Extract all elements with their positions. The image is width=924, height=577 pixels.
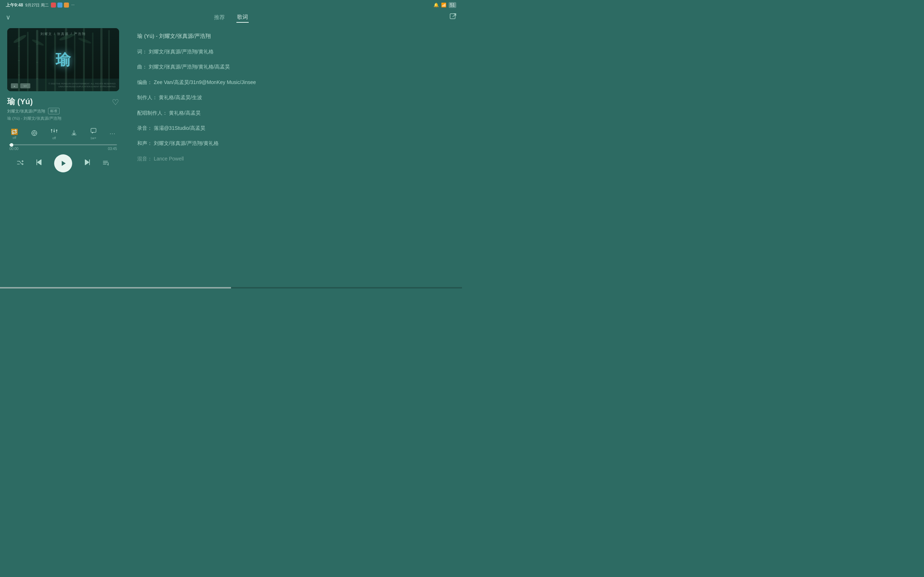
progress-thumb[interactable] xyxy=(10,143,13,147)
svg-point-24 xyxy=(32,131,37,135)
play-pause-button[interactable] xyxy=(54,154,72,172)
app-icon-2 xyxy=(57,3,63,8)
wifi-icon: 📶 xyxy=(441,3,446,8)
song-quality-tag: 标准 xyxy=(48,108,60,114)
svg-point-36 xyxy=(53,131,55,132)
svg-rect-4 xyxy=(27,32,29,91)
more-icon: ··· xyxy=(110,131,115,137)
svg-rect-9 xyxy=(74,31,76,91)
progress-fill xyxy=(10,144,11,145)
collapse-button[interactable]: ∨ xyxy=(6,13,10,21)
progress-times: 00:00 03:45 xyxy=(10,147,117,151)
current-time: 00:00 xyxy=(10,147,18,151)
nav-tabs: 推荐 歌词 xyxy=(213,12,249,23)
svg-rect-12 xyxy=(100,28,102,91)
svg-point-25 xyxy=(33,132,36,134)
credit-vocal-producer: 配唱制作人： 黄礼格/高孟昊 xyxy=(137,109,451,117)
credit-music: 曲： 刘耀文/张真源/严浩翔/黄礼格/高孟昊 xyxy=(137,63,451,71)
song-info-row: 瑜 (Yú) 刘耀文/张真源/严浩翔 标准 瑜 (Yú) - 刘耀文/张真源/严… xyxy=(7,96,119,121)
status-time: 上午9:48 xyxy=(6,2,23,8)
bottom-progress-bar[interactable] xyxy=(0,287,462,288)
comment-label: 1w+ xyxy=(90,136,96,140)
song-meta: 刘耀文/张真源/严浩翔 标准 xyxy=(7,108,61,114)
right-panel: 瑜 (Yú) - 刘耀文/张真源/严浩翔 词： 刘耀文/张真源/严浩翔/黄礼格 … xyxy=(130,28,451,278)
comment-icon xyxy=(90,128,97,135)
song-title: 瑜 (Yú) xyxy=(7,96,61,107)
bottom-progress-fill xyxy=(0,287,231,288)
sound-button[interactable] xyxy=(31,130,37,138)
more-apps: ··· xyxy=(71,3,74,8)
top-nav: ∨ 推荐 歌词 xyxy=(0,10,462,24)
status-bar: 上午9:48 9月27日 周二 ··· 🔔 📶 51 xyxy=(0,0,462,10)
tab-lyrics[interactable]: 歌词 xyxy=(236,12,249,23)
tab-recommend[interactable]: 推荐 xyxy=(213,13,226,23)
credit-lyrics: 词： 刘耀文/张真源/严浩翔/黄礼格 xyxy=(137,48,451,56)
svg-rect-10 xyxy=(83,28,85,91)
album-header-text: 刘耀文 / 张真源 / 严浩翔 xyxy=(7,32,119,36)
credit-producer: 制作人： 黄礼格/高孟昊/生波 xyxy=(137,93,451,102)
repeat-label: off xyxy=(13,136,16,140)
album-logos: ▲ NY xyxy=(11,83,30,89)
equalizer-label: off xyxy=(52,136,56,140)
main-layout: 刘耀文 / 张真源 / 严浩翔 瑜 ▲ NY © 2022 THE PENGUI… xyxy=(0,24,462,281)
more-button[interactable]: ··· xyxy=(110,131,115,137)
shuffle-button[interactable] xyxy=(16,159,24,168)
song-credits: 瑜 (Yú) - 刘耀文/张真源/严浩翔 词： 刘耀文/张真源/严浩翔/黄礼格 … xyxy=(137,32,451,163)
previous-button[interactable] xyxy=(35,158,43,169)
credit-recording: 录音： 落灞@31Studio/高孟昊 xyxy=(137,124,451,132)
status-date: 9月27日 周二 xyxy=(25,3,49,8)
album-copyright: © 2022 THE PENGUIN ENTERTAINMENT. ALL RI… xyxy=(49,82,116,89)
svg-point-35 xyxy=(51,129,52,131)
equalizer-icon xyxy=(50,128,58,135)
credit-title: 瑜 (Yú) - 刘耀文/张真源/严浩翔 xyxy=(137,32,451,40)
song-album-line: 瑜 (Yú) - 刘耀文/张真源/严浩翔 xyxy=(7,116,61,121)
svg-rect-5 xyxy=(36,30,38,91)
status-left: 上午9:48 9月27日 周二 ··· xyxy=(6,2,75,8)
playlist-button[interactable] xyxy=(102,159,110,168)
app-icons: ··· xyxy=(51,3,74,8)
status-right: 🔔 📶 51 xyxy=(433,2,456,8)
logo-2: NY xyxy=(20,83,30,89)
total-time: 03:45 xyxy=(108,147,117,151)
next-button[interactable] xyxy=(83,158,92,169)
progress-track[interactable] xyxy=(10,144,117,145)
share-button[interactable] xyxy=(450,13,456,21)
comment-button[interactable]: 1w+ xyxy=(90,128,97,140)
logo-1: ▲ xyxy=(11,83,18,89)
credit-arrangement: 编曲： Zee Van/高孟昊/31n9@MonKey Music/Jinsee xyxy=(137,78,451,86)
progress-area: 00:00 03:45 xyxy=(7,144,119,151)
song-artists: 刘耀文/张真源/严浩翔 xyxy=(7,108,45,114)
like-button[interactable]: ♡ xyxy=(112,98,119,107)
app-icon-3 xyxy=(64,3,69,8)
bell-icon: 🔔 xyxy=(433,3,439,8)
svg-rect-6 xyxy=(45,28,47,91)
equalizer-button[interactable]: off xyxy=(50,128,58,140)
controls-area: 🔁 off xyxy=(7,128,119,172)
download-icon xyxy=(71,130,77,138)
playback-controls xyxy=(7,154,119,172)
svg-point-37 xyxy=(56,129,57,131)
app-icon-1 xyxy=(51,3,56,8)
repeat-icon: 🔁 xyxy=(11,128,18,135)
svg-rect-0 xyxy=(450,14,455,19)
download-button[interactable] xyxy=(71,130,77,138)
svg-rect-13 xyxy=(108,30,110,91)
sound-icon xyxy=(31,130,37,138)
album-title-char: 瑜 xyxy=(56,50,71,70)
album-art: 刘耀文 / 张真源 / 严浩翔 瑜 ▲ NY © 2022 THE PENGUI… xyxy=(7,28,119,91)
left-panel: 刘耀文 / 张真源 / 严浩翔 瑜 ▲ NY © 2022 THE PENGUI… xyxy=(7,28,119,278)
svg-rect-38 xyxy=(91,128,96,132)
credit-harmony: 和声： 刘耀文/张真源/严浩翔/黄礼格 xyxy=(137,139,451,147)
battery-icon: 51 xyxy=(449,2,456,8)
control-icons-row: 🔁 off xyxy=(7,128,119,140)
repeat-button[interactable]: 🔁 off xyxy=(11,128,18,140)
credit-mixing: 混音： Lance Powell xyxy=(137,155,451,163)
